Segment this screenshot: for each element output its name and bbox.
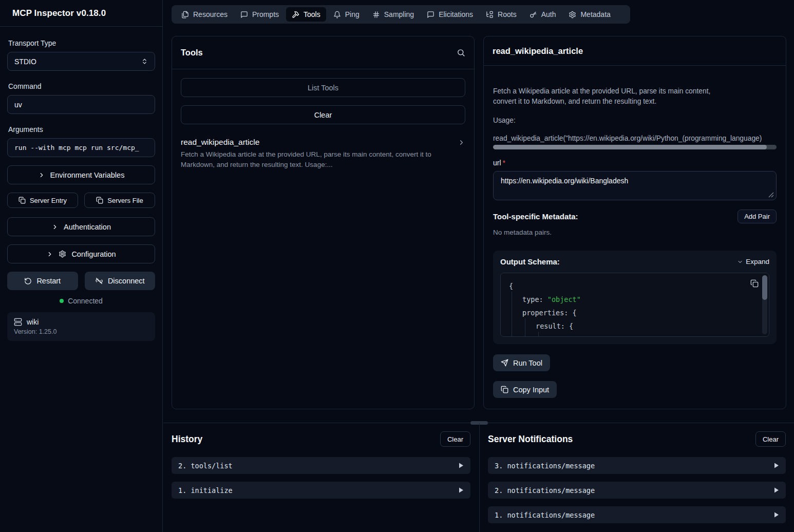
schema-code-line: result: {: [509, 319, 761, 333]
indent-guide: [525, 318, 525, 336]
clear-notifications-button[interactable]: Clear: [755, 431, 786, 447]
disconnect-label: Disconnect: [108, 277, 145, 285]
authentication-button[interactable]: Authentication: [7, 217, 155, 236]
key-icon: [530, 11, 537, 18]
sidebar: MCP Inspector v0.18.0 Transport Type STD…: [0, 0, 163, 532]
nav-tab-auth[interactable]: Auth: [524, 7, 562, 22]
bell-icon: [333, 11, 341, 18]
vertical-divider: [479, 423, 480, 532]
disconnect-button[interactable]: Disconnect: [85, 272, 156, 290]
nav-tab-label: Ping: [345, 10, 360, 18]
command-label: Command: [8, 82, 155, 90]
connection-status: Connected: [7, 297, 155, 305]
clear-history-button[interactable]: Clear: [440, 431, 470, 447]
vertical-scrollbar-thumb[interactable]: [762, 275, 767, 300]
history-title: History: [172, 434, 202, 445]
gear-icon: [569, 11, 576, 18]
schema-code-line: {: [509, 279, 761, 293]
output-schema-card: Output Schema: Expand {type: "object"pro…: [493, 251, 777, 344]
restart-button[interactable]: Restart: [7, 272, 78, 290]
copy-icon: [501, 386, 508, 393]
add-pair-button[interactable]: Add Pair: [738, 210, 777, 223]
connection-actions-row: Restart Disconnect: [7, 272, 155, 290]
clear-tools-button[interactable]: Clear: [181, 105, 465, 124]
connected-dot: [60, 299, 64, 303]
search-icon[interactable]: [457, 48, 465, 57]
schema-code-line: properties: {: [509, 306, 761, 319]
notification-item-label: 2. notifications/message: [495, 486, 595, 495]
indent-guide: [512, 292, 512, 336]
notification-item[interactable]: 3. notifications/message: [488, 457, 786, 474]
nav-tab-label: Resources: [193, 10, 228, 18]
play-expand-icon: [459, 487, 464, 493]
copy-input-button[interactable]: Copy Input: [493, 381, 557, 398]
nav-tab-tools[interactable]: Tools: [286, 7, 326, 22]
expand-schema-button[interactable]: Expand: [737, 258, 769, 265]
server-notifications-panel: Server Notifications Clear 3. notificati…: [488, 431, 786, 523]
server-notifications-title: Server Notifications: [488, 434, 573, 445]
files-icon: [181, 11, 189, 18]
play-expand-icon: [774, 487, 779, 493]
nav-tab-sampling[interactable]: Sampling: [367, 7, 420, 22]
nav-tab-prompts[interactable]: Prompts: [235, 7, 285, 22]
vertical-scrollbar[interactable]: [762, 275, 767, 334]
chevrons-up-down-icon: [141, 58, 148, 65]
tool-list-item[interactable]: read_wikipedia_article Fetch a Wikipedia…: [181, 138, 465, 170]
folder-tree-icon: [486, 11, 494, 18]
tool-name: read_wikipedia_article: [181, 138, 259, 147]
history-item[interactable]: 2. tools/list: [172, 457, 470, 474]
history-list: 2. tools/list1. initialize: [172, 457, 470, 499]
copy-schema-icon[interactable]: [750, 279, 759, 288]
server-icon: [14, 318, 22, 326]
nav-tab-roots[interactable]: Roots: [480, 7, 522, 22]
nav-tab-label: Tools: [304, 10, 320, 18]
list-tools-button[interactable]: List Tools: [181, 78, 465, 97]
notification-item[interactable]: 1. notifications/message: [488, 506, 786, 523]
play-expand-icon: [774, 463, 779, 468]
transport-type-label: Transport Type: [8, 39, 155, 47]
resize-grip-icon[interactable]: [768, 192, 774, 198]
message-square-icon: [240, 11, 248, 18]
hammer-icon: [292, 11, 299, 18]
tool-detail-body: Fetch a Wikipedia article at the provide…: [484, 66, 786, 398]
tool-detail-title: read_wikipedia_article: [493, 46, 583, 56]
run-tool-button[interactable]: Run Tool: [493, 354, 550, 371]
arguments-input[interactable]: [7, 138, 155, 157]
copy-icon: [96, 197, 103, 204]
url-label: url: [493, 159, 501, 167]
command-input[interactable]: [7, 95, 155, 114]
chevron-down-icon: [737, 259, 743, 265]
play-expand-icon: [774, 512, 779, 518]
server-entry-label: Server Entry: [30, 197, 67, 204]
arguments-label: Arguments: [8, 125, 155, 134]
servers-file-button[interactable]: Servers File: [84, 193, 155, 208]
history-item[interactable]: 1. initialize: [172, 482, 470, 499]
configuration-button[interactable]: Configuration: [7, 244, 155, 263]
tools-panel: Tools List Tools Clear read_wikipedia_ar…: [172, 36, 475, 409]
transport-type-select[interactable]: STDIO: [7, 52, 155, 71]
play-expand-icon: [459, 463, 464, 468]
history-item-label: 2. tools/list: [178, 462, 233, 470]
notification-item-label: 3. notifications/message: [495, 462, 595, 470]
copy-icon: [18, 197, 26, 204]
horizontal-scrollbar[interactable]: [493, 145, 777, 149]
nav-tab-metadata[interactable]: Metadata: [563, 7, 616, 22]
notification-item-label: 1. notifications/message: [495, 511, 595, 519]
history-panel: History Clear 2. tools/list1. initialize: [172, 431, 470, 499]
chevron-right-icon: [46, 251, 53, 258]
environment-variables-button[interactable]: Environment Variables: [7, 165, 155, 184]
nav-tab-resources[interactable]: Resources: [176, 7, 233, 22]
server-entry-button[interactable]: Server Entry: [7, 193, 78, 208]
nav-tab-ping[interactable]: Ping: [328, 7, 365, 22]
chevron-right-icon: [51, 223, 59, 231]
schema-code-line: title: "Result": [509, 333, 761, 337]
tool-metadata-row: Tool-specific Metadata: Add Pair: [493, 210, 777, 223]
output-schema-code-block: {type: "object"properties: {result: {tit…: [500, 273, 769, 337]
horizontal-scrollbar-thumb[interactable]: [493, 145, 767, 149]
nav-tab-label: Roots: [498, 10, 517, 18]
nav-tab-elicitations[interactable]: Elicitations: [421, 7, 479, 22]
tool-detail-description-line1: Fetch a Wikipedia article at the provide…: [493, 86, 777, 97]
gear-icon: [59, 250, 66, 258]
url-input[interactable]: https://en.wikipedia.org/wiki/Bangladesh: [493, 171, 777, 200]
notification-item[interactable]: 2. notifications/message: [488, 482, 786, 499]
